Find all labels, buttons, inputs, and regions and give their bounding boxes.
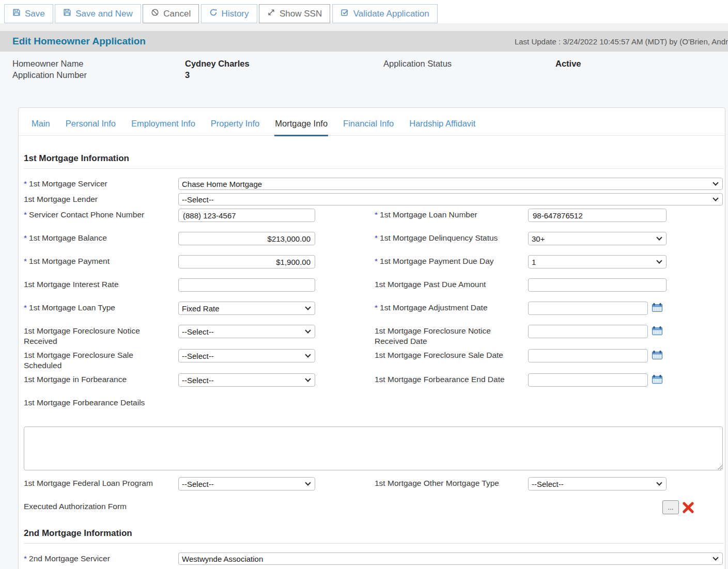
calendar-icon[interactable]	[652, 326, 662, 336]
first-mortgage-foreclosure-notice-received-date-input[interactable]	[528, 325, 648, 338]
required-marker: *	[24, 233, 27, 242]
first-mortgage-forbearance-details-label: 1st Mortgage Forbearance Details	[24, 398, 145, 407]
first-mortgage-past-due-amount-label: 1st Mortgage Past Due Amount	[375, 280, 486, 289]
first-mortgage-federal-loan-program-label: 1st Mortgage Federal Loan Program	[24, 479, 153, 487]
first-mortgage-adjustment-date-input[interactable]	[528, 302, 648, 315]
validate-application-button[interactable]: Validate Application	[332, 4, 438, 23]
first-mortgage-lender-label: 1st Mortgage Lender	[24, 195, 98, 203]
section-divider	[24, 168, 724, 169]
first-mortgage-foreclosure-sale-date-label: 1st Mortgage Foreclosure Sale Date	[375, 351, 503, 359]
first-mortgage-other-mortgage-type-select[interactable]: --Select--	[528, 477, 667, 491]
application-number-label: Application Number	[12, 69, 185, 81]
first-mortgage-servicer-select[interactable]: Chase Home Mortgage	[178, 178, 723, 190]
first-mortgage-loan-number-input[interactable]	[528, 209, 667, 222]
first-mortgage-other-mortgage-type-label: 1st Mortgage Other Mortgage Type	[375, 479, 499, 487]
first-mortgage-foreclosure-notice-received-date-label: 1st Mortgage Foreclosure Notice Received…	[375, 326, 491, 345]
second-mortgage-servicer-label: 2nd Mortgage Servicer	[29, 554, 110, 563]
form-row: 1st Mortgage Federal Loan Program --Sele…	[24, 477, 724, 498]
first-mortgage-foreclosure-sale-date-input[interactable]	[528, 349, 648, 362]
first-mortgage-lender-select[interactable]: --Select--	[178, 193, 723, 206]
first-mortgage-adjustment-date-label: 1st Mortgage Adjustment Date	[380, 303, 488, 312]
first-mortgage-payment-due-day-select[interactable]: 1	[528, 255, 667, 268]
form-row: *1st Mortgage Loan Type Fixed Rate *1st …	[24, 302, 724, 322]
first-mortgage-delinquency-status-label: 1st Mortgage Delinquency Status	[380, 233, 498, 242]
application-status-label: Application Status	[383, 58, 555, 69]
history-button[interactable]: History	[201, 4, 257, 23]
first-mortgage-forbearance-details-textarea[interactable]	[24, 426, 723, 470]
save-button[interactable]: Save	[4, 4, 53, 23]
cancel-icon	[151, 8, 159, 19]
application-summary: Homeowner Name Cydney Charles Applicatio…	[0, 52, 728, 107]
required-marker: *	[24, 257, 27, 265]
mortgage-info-form: 1st Mortgage Information *1st Mortgage S…	[19, 153, 725, 569]
calendar-icon[interactable]	[652, 351, 662, 360]
tab-hardship-affidavit[interactable]: Hardship Affidavit	[409, 119, 476, 135]
first-mortgage-balance-input[interactable]	[178, 232, 315, 245]
required-marker: *	[24, 179, 27, 188]
form-row: 1st Mortgage Lender --Select--	[24, 193, 724, 206]
cancel-button[interactable]: Cancel	[143, 4, 199, 23]
browse-file-button[interactable]: ...	[662, 500, 679, 514]
last-update-text: Last Update : 3/24/2022 10:45:57 AM (MDT…	[515, 37, 728, 46]
first-mortgage-forbearance-end-date-label: 1st Mortgage Forbearance End Date	[375, 375, 505, 384]
application-status-value: Active	[555, 58, 581, 69]
delete-file-icon[interactable]	[681, 501, 695, 514]
first-mortgage-forbearance-end-date-input[interactable]	[528, 373, 648, 387]
first-mortgage-foreclosure-sale-scheduled-select[interactable]: --Select--	[178, 349, 315, 362]
first-mortgage-interest-rate-input[interactable]	[178, 278, 315, 292]
required-marker: *	[375, 233, 378, 242]
first-mortgage-payment-label: 1st Mortgage Payment	[29, 257, 110, 265]
first-mortgage-balance-label: 1st Mortgage Balance	[29, 233, 107, 242]
form-row: 1st Mortgage Foreclosure Sale Scheduled …	[24, 349, 724, 371]
first-mortgage-federal-loan-program-select[interactable]: --Select--	[178, 477, 315, 491]
section-divider	[24, 543, 724, 544]
required-marker: *	[24, 303, 27, 312]
page-header-bar: Edit Homeowner Application Last Update :…	[0, 31, 728, 52]
page-title: Edit Homeowner Application	[12, 36, 146, 47]
first-mortgage-loan-number-label: 1st Mortgage Loan Number	[380, 210, 477, 219]
history-button-label: History	[222, 9, 249, 19]
form-row	[24, 426, 724, 470]
tab-mortgage-info[interactable]: Mortgage Info	[274, 119, 328, 136]
application-form-panel: Main Personal Info Employment Info Prope…	[18, 107, 725, 569]
tab-property-info[interactable]: Property Info	[210, 119, 260, 135]
first-mortgage-past-due-amount-input[interactable]	[528, 278, 667, 292]
required-marker: *	[24, 554, 27, 563]
required-marker: *	[24, 210, 27, 219]
second-mortgage-section-title: 2nd Mortgage Information	[24, 528, 724, 539]
save-and-new-button-label: Save and New	[75, 9, 133, 19]
first-mortgage-delinquency-status-select[interactable]: 30+	[528, 232, 667, 245]
save-and-new-button[interactable]: Save and New	[55, 4, 141, 23]
tab-bar: Main Personal Info Employment Info Prope…	[19, 108, 725, 136]
second-mortgage-servicer-select[interactable]: Westwynde Association	[178, 552, 723, 565]
first-mortgage-foreclosure-notice-received-select[interactable]: --Select--	[178, 325, 315, 338]
toolbar-divider-band	[0, 23, 728, 31]
required-marker: *	[375, 257, 378, 265]
tab-employment-info[interactable]: Employment Info	[131, 119, 196, 135]
tab-financial-info[interactable]: Financial Info	[343, 119, 394, 135]
show-ssn-button[interactable]: Show SSN	[259, 4, 330, 23]
tab-main[interactable]: Main	[31, 119, 51, 135]
first-mortgage-in-forbearance-select[interactable]: --Select--	[178, 373, 315, 387]
tab-personal-info[interactable]: Personal Info	[65, 119, 116, 135]
cancel-button-label: Cancel	[163, 9, 191, 19]
first-mortgage-in-forbearance-label: 1st Mortgage in Forbearance	[24, 375, 127, 384]
form-row: *Servicer Contact Phone Number *1st Mort…	[24, 209, 724, 229]
first-mortgage-payment-input[interactable]	[178, 255, 315, 268]
first-mortgage-loan-type-select[interactable]: Fixed Rate	[178, 302, 315, 315]
servicer-contact-phone-label: Servicer Contact Phone Number	[29, 210, 144, 219]
form-row: *1st Mortgage Payment *1st Mortgage Paym…	[24, 255, 724, 276]
homeowner-name-value: Cydney Charles	[185, 58, 383, 69]
servicer-contact-phone-input[interactable]	[178, 209, 315, 222]
save-icon	[12, 8, 21, 19]
checkbox-check-icon	[340, 8, 349, 19]
validate-application-button-label: Validate Application	[353, 9, 429, 19]
form-row: 1st Mortgage Forbearance Details	[24, 397, 724, 417]
save-button-label: Save	[25, 9, 45, 19]
calendar-icon[interactable]	[652, 303, 662, 312]
first-mortgage-section-title: 1st Mortgage Information	[24, 153, 724, 164]
required-marker: *	[375, 210, 378, 219]
toolbar: Save Save and New Cancel History Show SS…	[0, 0, 728, 23]
first-mortgage-foreclosure-notice-received-label: 1st Mortgage Foreclosure Notice Received	[24, 326, 140, 345]
calendar-icon[interactable]	[652, 375, 662, 384]
